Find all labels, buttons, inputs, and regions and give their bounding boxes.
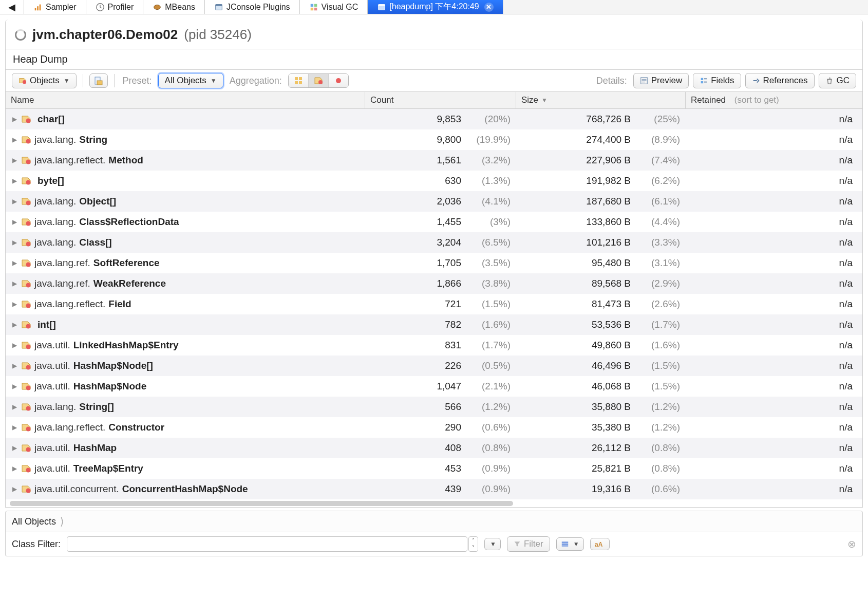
class-text: String (79, 134, 107, 145)
references-button[interactable]: References (745, 73, 815, 88)
size-pct: (1.6%) (639, 340, 680, 351)
expand-icon[interactable]: ▶ (11, 465, 18, 472)
case-sensitive-toggle[interactable]: aA (590, 538, 610, 550)
separator (114, 74, 115, 87)
expand-icon[interactable]: ▶ (11, 157, 18, 164)
package-text: java.lang. (34, 401, 76, 413)
col-count[interactable]: Count (365, 92, 516, 108)
aggregation-classes[interactable] (309, 74, 329, 87)
gc-label: GC (837, 76, 850, 86)
count-pct: (3.2%) (469, 155, 511, 166)
table-row[interactable]: ▶java.lang.Object[]2,036(4.1%)187,680 B(… (6, 191, 862, 212)
col-retained[interactable]: Retained (sort to get) (686, 92, 862, 108)
report-button[interactable] (89, 73, 108, 88)
section-title: Heap Dump (5, 49, 863, 69)
class-filter-input[interactable] (67, 536, 467, 552)
clear-filter-icon[interactable]: ⊗ (847, 538, 856, 550)
table-row[interactable]: ▶char[]9,853(20%)768,726 B(25%)n/a (6, 109, 862, 129)
table-row[interactable]: ▶int[]782(1.6%)53,536 B(1.7%)n/a (6, 314, 862, 335)
class-icon (21, 320, 31, 330)
fields-button[interactable]: Fields (693, 73, 741, 88)
preview-button[interactable]: Preview (633, 73, 689, 88)
close-icon[interactable]: ✕ (484, 3, 494, 12)
class-icon (21, 196, 31, 207)
tab-mbeans[interactable]: MBeans (143, 0, 205, 14)
count-pct: (1.2%) (469, 401, 511, 413)
count-value: 1,705 (437, 257, 461, 269)
tab-back[interactable]: ◀ (0, 0, 24, 14)
expand-icon[interactable]: ▶ (11, 259, 18, 267)
tab-profiler[interactable]: Profiler (86, 0, 144, 14)
aggregation-group (288, 73, 349, 88)
svg-rect-19 (295, 81, 298, 84)
size-pct: (0.6%) (639, 483, 680, 495)
table-row[interactable]: ▶java.lang.Class[]3,204(6.5%)101,216 B(3… (6, 232, 862, 253)
table-row[interactable]: ▶java.lang.ref.WeakReference1,866(3.8%)8… (6, 273, 862, 294)
svg-rect-11 (314, 7, 316, 10)
expand-icon[interactable]: ▶ (11, 280, 18, 287)
expand-icon[interactable]: ▶ (11, 136, 18, 143)
retained-value: n/a (839, 442, 853, 453)
table-row[interactable]: ▶java.lang.reflect.Method1,561(3.2%)227,… (6, 150, 862, 171)
col-size[interactable]: Size▼ (516, 92, 686, 108)
table-row[interactable]: ▶java.util.HashMap$Node1,047(2.1%)46,068… (6, 376, 862, 397)
class-text: SoftReference (93, 257, 160, 269)
expand-icon[interactable]: ▶ (11, 444, 18, 452)
table-row[interactable]: ▶java.lang.reflect.Field721(1.5%)81,473 … (6, 294, 862, 314)
filter-stepper[interactable]: ˄˅ (468, 536, 478, 552)
expand-icon[interactable]: ▶ (11, 485, 18, 493)
expand-icon[interactable]: ▶ (11, 116, 18, 123)
tab-visual-gc[interactable]: Visual GC (300, 0, 368, 14)
expand-icon[interactable]: ▶ (11, 218, 18, 226)
gc-button[interactable]: GC (819, 73, 857, 88)
horizontal-scrollbar[interactable] (5, 499, 863, 508)
filter-mode-dropdown[interactable]: ▼ (556, 537, 584, 551)
class-icon (21, 340, 31, 350)
count-value: 1,047 (437, 381, 461, 392)
svg-point-25 (26, 139, 31, 144)
table-row[interactable]: ▶java.util.concurrent.ConcurrentHashMap$… (6, 479, 862, 499)
size-pct: (1.2%) (639, 401, 680, 413)
table-row[interactable]: ▶java.lang.String[]566(1.2%)35,880 B(1.2… (6, 397, 862, 417)
table-row[interactable]: ▶byte[]630(1.3%)191,982 B(6.2%)n/a (6, 171, 862, 191)
class-icon (21, 443, 31, 453)
expand-icon[interactable]: ▶ (11, 301, 18, 308)
breadcrumb[interactable]: All Objects ⟩ (5, 511, 863, 532)
tab-heapdump[interactable]: [heapdump] 下午4:20:49 ✕ (368, 0, 503, 14)
class-icon (21, 258, 31, 268)
class-icon (21, 484, 31, 494)
objects-dropdown[interactable]: Objects ▼ (12, 73, 77, 88)
expand-icon[interactable]: ▶ (11, 403, 18, 410)
expand-icon[interactable]: ▶ (11, 198, 18, 205)
preset-dropdown[interactable]: All Objects ▼ (158, 73, 223, 88)
table-row[interactable]: ▶java.lang.String9,800(19.9%)274,400 B(8… (6, 129, 862, 150)
tab-jconsole-plugins[interactable]: JConsole Plugins (205, 0, 300, 14)
count-value: 782 (445, 319, 461, 330)
expand-icon[interactable]: ▶ (11, 239, 18, 246)
table-row[interactable]: ▶java.util.TreeMap$Entry453(0.9%)25,821 … (6, 458, 862, 479)
expand-icon[interactable]: ▶ (11, 362, 18, 369)
count-pct: (1.7%) (469, 340, 511, 351)
expand-icon[interactable]: ▶ (11, 177, 18, 184)
table-row[interactable]: ▶java.lang.ref.SoftReference1,705(3.5%)9… (6, 253, 862, 273)
tab-sampler[interactable]: Sampler (24, 0, 86, 14)
expand-icon[interactable]: ▶ (11, 424, 18, 431)
count-value: 3,204 (437, 237, 461, 248)
table-row[interactable]: ▶java.lang.reflect.Constructor290(0.6%)3… (6, 417, 862, 438)
table-row[interactable]: ▶java.util.HashMap$Node[]226(0.5%)46,496… (6, 356, 862, 376)
filter-button[interactable]: Filter (507, 536, 550, 552)
table-row[interactable]: ▶java.util.HashMap408(0.8%)26,112 B(0.8%… (6, 438, 862, 458)
class-text: HashMap$Node[] (73, 360, 153, 371)
aggregation-types[interactable] (289, 74, 309, 87)
size-pct: (1.5%) (639, 381, 680, 392)
aggregation-instances[interactable] (329, 74, 348, 87)
expand-icon[interactable]: ▶ (11, 383, 18, 390)
size-value: 191,982 B (586, 175, 631, 186)
class-icon (21, 463, 31, 474)
expand-icon[interactable]: ▶ (11, 342, 18, 349)
table-row[interactable]: ▶java.util.LinkedHashMap$Entry831(1.7%)4… (6, 335, 862, 356)
filter-history-dropdown[interactable]: ▼ (484, 538, 501, 550)
expand-icon[interactable]: ▶ (11, 321, 18, 328)
table-row[interactable]: ▶java.lang.Class$ReflectionData1,455(3%)… (6, 212, 862, 232)
col-name[interactable]: Name (6, 92, 365, 108)
